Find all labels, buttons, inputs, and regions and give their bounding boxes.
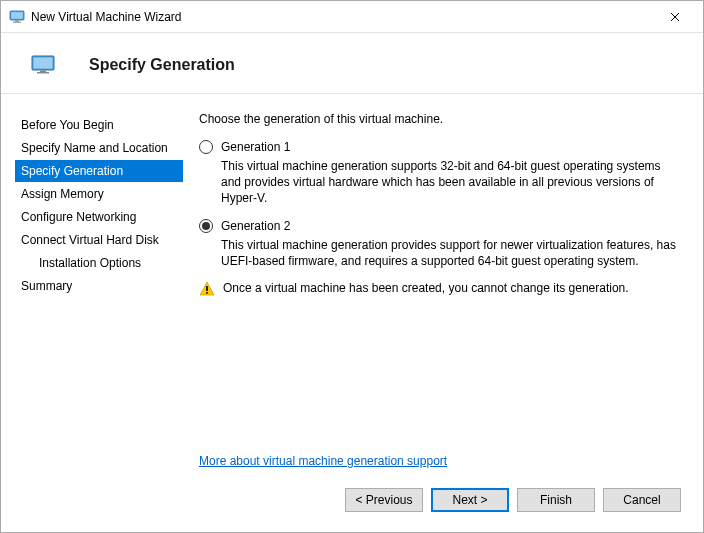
help-link-row: More about virtual machine generation su… <box>199 454 683 468</box>
next-button[interactable]: Next > <box>431 488 509 512</box>
content-panel: Choose the generation of this virtual ma… <box>183 94 703 454</box>
svg-rect-2 <box>15 20 19 21</box>
generation-support-link[interactable]: More about virtual machine generation su… <box>199 454 447 468</box>
warning-text: Once a virtual machine has been created,… <box>223 281 629 295</box>
gen1-description: This virtual machine generation supports… <box>221 158 683 207</box>
svg-rect-9 <box>206 292 208 294</box>
button-row: < Previous Next > Finish Cancel <box>1 488 683 512</box>
sidebar-item-configure-networking[interactable]: Configure Networking <box>15 206 183 228</box>
sidebar-item-summary[interactable]: Summary <box>15 275 183 297</box>
sidebar-item-installation-options[interactable]: Installation Options <box>15 252 183 274</box>
intro-text: Choose the generation of this virtual ma… <box>199 112 683 126</box>
page-title: Specify Generation <box>89 56 235 74</box>
titlebar: New Virtual Machine Wizard <box>1 1 703 33</box>
radio-label-gen2[interactable]: Generation 2 <box>221 219 290 233</box>
svg-rect-7 <box>37 72 49 74</box>
sidebar-item-connect-vhd[interactable]: Connect Virtual Hard Disk <box>15 229 183 251</box>
finish-button[interactable]: Finish <box>517 488 595 512</box>
svg-rect-3 <box>13 21 21 22</box>
cancel-button[interactable]: Cancel <box>603 488 681 512</box>
sidebar-item-before-you-begin[interactable]: Before You Begin <box>15 114 183 136</box>
radio-icon[interactable] <box>199 140 213 154</box>
warning-icon <box>199 281 215 297</box>
wizard-body: Before You Begin Specify Name and Locati… <box>1 94 703 454</box>
radio-icon[interactable] <box>199 219 213 233</box>
gen2-description: This virtual machine generation provides… <box>221 237 683 269</box>
sidebar-item-specify-generation[interactable]: Specify Generation <box>15 160 183 182</box>
footer: More about virtual machine generation su… <box>1 454 703 532</box>
svg-rect-6 <box>40 71 46 73</box>
sidebar-item-specify-name[interactable]: Specify Name and Location <box>15 137 183 159</box>
previous-button[interactable]: < Previous <box>345 488 423 512</box>
wizard-window: New Virtual Machine Wizard Specify Gener… <box>0 0 704 533</box>
radio-generation-1[interactable]: Generation 1 <box>199 140 683 154</box>
svg-rect-5 <box>34 58 53 69</box>
sidebar: Before You Begin Specify Name and Locati… <box>1 94 183 454</box>
app-icon <box>9 9 25 25</box>
wizard-header: Specify Generation <box>1 33 703 94</box>
close-button[interactable] <box>655 3 695 31</box>
monitor-icon <box>31 55 59 75</box>
window-title: New Virtual Machine Wizard <box>31 10 655 24</box>
svg-rect-1 <box>11 12 23 19</box>
warning-row: Once a virtual machine has been created,… <box>199 281 683 297</box>
radio-generation-2[interactable]: Generation 2 <box>199 219 683 233</box>
radio-label-gen1[interactable]: Generation 1 <box>221 140 290 154</box>
svg-rect-8 <box>206 286 208 291</box>
sidebar-item-assign-memory[interactable]: Assign Memory <box>15 183 183 205</box>
